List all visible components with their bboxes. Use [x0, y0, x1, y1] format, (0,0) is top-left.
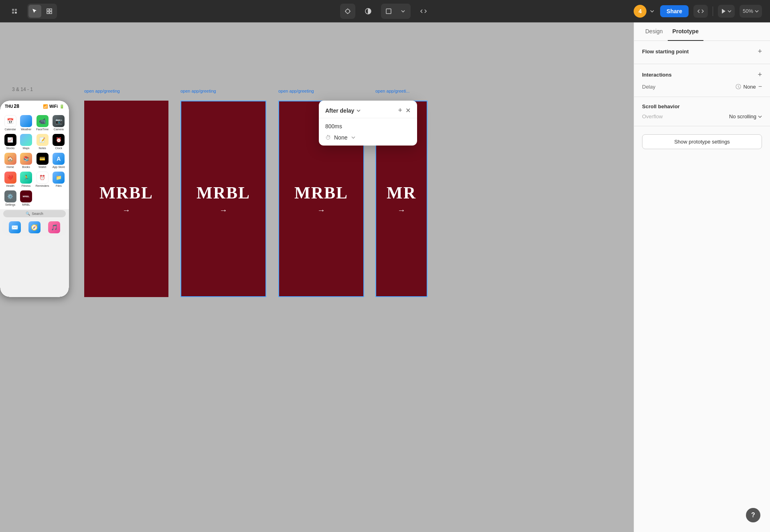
delay-right: None − — [736, 83, 762, 90]
canvas[interactable]: 3 & 14 - 1 THU 28 📶WiFi🔋 📅 — [0, 22, 634, 532]
flow-starting-point-add[interactable]: + — [758, 47, 762, 56]
overflow-value-dropdown[interactable]: No scrolling — [729, 113, 762, 119]
app-mrbl[interactable]: MRBL MRBL — [20, 190, 32, 206]
app-appstore[interactable]: A App Store — [53, 153, 65, 168]
flow-starting-point-title: Flow starting point — [642, 49, 689, 55]
app-reminders[interactable]: ⏰ Reminders — [36, 172, 49, 187]
main-menu-icon[interactable] — [8, 5, 21, 18]
popup-header: After delay + ✕ — [319, 101, 417, 118]
popup-trigger-label: After delay — [325, 107, 354, 114]
delay-value: None — [744, 84, 756, 90]
delay-label: Delay — [642, 84, 655, 90]
code-view-button[interactable] — [693, 5, 708, 18]
mrbl-arrow-4: → — [397, 206, 405, 215]
app-facetime[interactable]: 📹 FaceTime — [36, 115, 49, 131]
mrbl-logo-1: MRBL → — [99, 183, 153, 215]
ios-dock: ✉️ 🧭 🎵 — [2, 219, 67, 236]
tool-group-mode — [27, 4, 57, 19]
frame-tool-icon[interactable] — [43, 5, 56, 18]
svg-point-0 — [15, 12, 17, 13]
popup-delay-value: 800ms — [325, 123, 411, 129]
popup-trigger-button[interactable]: After delay — [325, 107, 361, 114]
scroll-behavior-section: Scroll behavior Overflow No scrolling — [634, 97, 770, 126]
app-fitness[interactable]: 🏃 Fitness — [20, 172, 32, 187]
select-tool[interactable] — [341, 5, 354, 18]
frame2-label: open app/greeting — [180, 89, 216, 93]
app-books[interactable]: 📚 Books — [20, 153, 32, 168]
interactions-add[interactable]: + — [758, 71, 762, 79]
code-snippet-tool[interactable] — [417, 5, 430, 18]
design-frame-2[interactable]: MRBL → — [180, 101, 266, 297]
move-tool-icon[interactable] — [28, 5, 41, 18]
share-button[interactable]: Share — [660, 5, 689, 17]
dock-safari[interactable]: 🧭 — [28, 221, 41, 233]
app-maps[interactable]: Maps — [20, 134, 32, 150]
svg-rect-2 — [50, 9, 52, 11]
ios-search-bar[interactable]: 🔍 Search — [3, 210, 66, 217]
frame-selector[interactable] — [382, 5, 395, 18]
zoom-control[interactable]: 50% — [740, 5, 762, 18]
popup-none-label: None — [334, 134, 347, 141]
scroll-behavior-title: Scroll behavior — [642, 103, 762, 109]
prototype-settings-button[interactable]: Show prototype settings — [642, 134, 762, 149]
flow-starting-point-header: Flow starting point + — [642, 47, 762, 56]
tool-group-shapes — [340, 4, 355, 19]
overflow-value: No scrolling — [729, 113, 756, 119]
ios-date: 28 — [14, 103, 19, 109]
app-weather[interactable]: Weather — [20, 115, 32, 131]
toolbar-left — [8, 4, 57, 19]
mrbl-arrow-3: → — [317, 206, 325, 215]
delay-row: Delay None − — [642, 83, 762, 90]
dock-music[interactable]: 🎵 — [48, 221, 60, 233]
mrbl-logo-3: MRBL → — [294, 183, 348, 215]
popup-add-button[interactable]: + — [398, 106, 402, 115]
mrbl-text-1: MRBL — [99, 183, 153, 202]
right-panel: Design Prototype Flow starting point + I… — [634, 22, 770, 532]
toolbar-right: 4 Share 50% — [634, 5, 762, 18]
app-notes[interactable]: 📝 Notes — [36, 134, 49, 150]
app-settings[interactable]: ⚙️ Settings — [4, 190, 16, 206]
play-button[interactable] — [718, 5, 735, 18]
frame1-label: open app/greeting — [84, 89, 120, 93]
delay-minus-button[interactable]: − — [758, 83, 762, 90]
popup-none-chevron-icon — [351, 136, 355, 139]
svg-rect-1 — [47, 9, 49, 11]
ios-status-bar: THU 28 📶WiFi🔋 — [0, 101, 69, 112]
mrbl-text-3: MRBL — [294, 183, 348, 202]
iphone-mockup: THU 28 📶WiFi🔋 📅 Calendar We — [0, 101, 69, 297]
toolbar: 4 Share 50% — [0, 0, 770, 22]
popup-trigger-chevron-icon — [357, 109, 361, 112]
app-camera[interactable]: 📷 Camera — [53, 115, 65, 131]
overflow-chevron-icon — [758, 115, 762, 118]
mrbl-text-2: MRBL — [197, 183, 250, 202]
interaction-popup: After delay + ✕ 800ms ⏱ None — [319, 101, 417, 146]
iphone-screen: THU 28 📶WiFi🔋 📅 Calendar We — [0, 101, 69, 297]
app-calendar[interactable]: 📅 Calendar — [4, 115, 16, 131]
help-button[interactable]: ? — [746, 508, 760, 522]
app-wallet[interactable]: 💳 Wallet — [36, 153, 49, 168]
app-stocks[interactable]: 📈 Stocks — [4, 134, 16, 150]
contrast-tool[interactable] — [362, 5, 375, 18]
dock-mail[interactable]: ✉️ — [9, 221, 21, 233]
app-home[interactable]: 🏠 Home — [4, 153, 16, 168]
tab-design[interactable]: Design — [640, 22, 668, 41]
design-frame-1[interactable]: MRBL → — [84, 101, 168, 297]
app-clock[interactable]: ⏰ Clock — [53, 134, 65, 150]
app-files[interactable]: 📁 Files — [53, 172, 65, 187]
frame-label: 3 & 14 - 1 — [12, 87, 33, 92]
frame3-label: open app/greeting — [278, 89, 314, 93]
user-avatar[interactable]: 4 — [634, 5, 646, 18]
zoom-value: 50% — [743, 8, 753, 14]
mrbl-text-4: MR — [387, 183, 416, 202]
app-health[interactable]: ❤️ Health — [4, 172, 16, 187]
interactions-header: Interactions + — [642, 71, 762, 79]
popup-close-button[interactable]: ✕ — [405, 107, 411, 114]
avatar-dropdown-icon[interactable] — [649, 5, 655, 18]
svg-rect-3 — [47, 12, 49, 14]
app-grid: 📅 Calendar Weather 📹 FaceTime — [0, 112, 69, 209]
frame-dropdown[interactable] — [397, 5, 409, 18]
popup-actions: + ✕ — [398, 106, 411, 115]
tab-prototype[interactable]: Prototype — [668, 22, 703, 41]
flow-starting-point-section: Flow starting point + — [634, 41, 770, 64]
popup-action-row[interactable]: ⏱ None — [325, 134, 411, 141]
